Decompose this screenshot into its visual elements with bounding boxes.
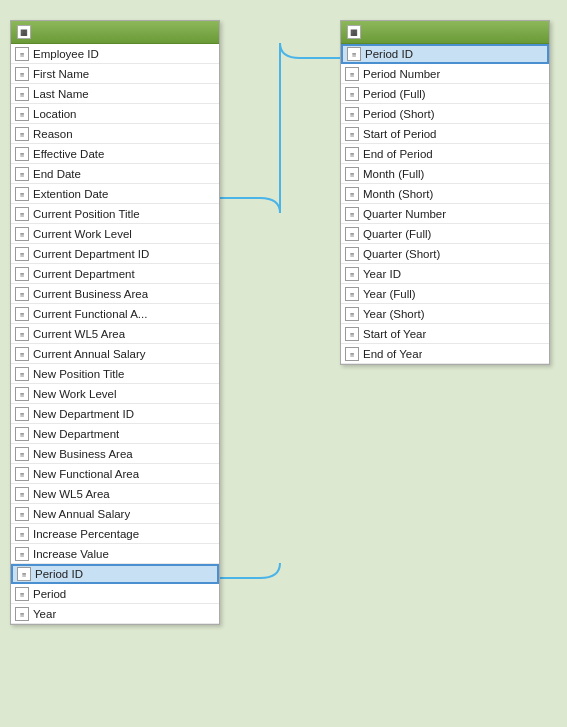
field-name: Increase Percentage [33, 528, 139, 540]
field-name: Period Number [363, 68, 440, 80]
table-row[interactable]: ≡Increase Value [11, 544, 219, 564]
field-icon: ≡ [15, 607, 29, 621]
field-name: First Name [33, 68, 89, 80]
field-icon: ≡ [345, 227, 359, 241]
field-name: Month (Full) [363, 168, 424, 180]
table-row[interactable]: ≡Quarter (Short) [341, 244, 549, 264]
field-icon: ≡ [345, 287, 359, 301]
table-row[interactable]: ≡Year ID [341, 264, 549, 284]
field-name: Year ID [363, 268, 401, 280]
table-row[interactable]: ≡Start of Year [341, 324, 549, 344]
table-row[interactable]: ≡Last Name [11, 84, 219, 104]
table-row[interactable]: ≡Location [11, 104, 219, 124]
table-row[interactable]: ≡Current WL5 Area [11, 324, 219, 344]
field-name: Quarter Number [363, 208, 446, 220]
table-row[interactable]: ≡New Business Area [11, 444, 219, 464]
field-name: New Department ID [33, 408, 134, 420]
field-icon: ≡ [15, 447, 29, 461]
table-row[interactable]: ≡Year [11, 604, 219, 624]
table-row[interactable]: ≡Period (Full) [341, 84, 549, 104]
field-name: Start of Year [363, 328, 426, 340]
table-row[interactable]: ≡New Functional Area [11, 464, 219, 484]
table-row[interactable]: ≡Month (Short) [341, 184, 549, 204]
field-icon: ≡ [15, 67, 29, 81]
table-row[interactable]: ≡New WL5 Area [11, 484, 219, 504]
table-row[interactable]: ≡Start of Period [341, 124, 549, 144]
table-row[interactable]: ≡New Department [11, 424, 219, 444]
field-icon: ≡ [15, 187, 29, 201]
field-icon: ≡ [15, 487, 29, 501]
field-icon: ≡ [15, 327, 29, 341]
table2-icon: ▦ [347, 25, 361, 39]
field-name: New WL5 Area [33, 488, 110, 500]
field-icon: ≡ [345, 247, 359, 261]
table-row[interactable]: ≡Month (Full) [341, 164, 549, 184]
table2-body[interactable]: ≡Period ID≡Period Number≡Period (Full)≡P… [341, 44, 549, 364]
field-name: Period ID [365, 48, 413, 60]
field-icon: ≡ [15, 167, 29, 181]
field-name: Current Annual Salary [33, 348, 146, 360]
table-row[interactable]: ≡Year (Full) [341, 284, 549, 304]
table-row[interactable]: ≡First Name [11, 64, 219, 84]
table1-body[interactable]: ≡Employee ID≡First Name≡Last Name≡Locati… [11, 44, 219, 624]
table-row[interactable]: ≡New Position Title [11, 364, 219, 384]
field-icon: ≡ [345, 67, 359, 81]
table-row[interactable]: ≡End of Period [341, 144, 549, 164]
field-icon: ≡ [15, 347, 29, 361]
table-row[interactable]: ≡Current Department ID [11, 244, 219, 264]
field-name: New Annual Salary [33, 508, 130, 520]
field-icon: ≡ [345, 327, 359, 341]
field-name: Employee ID [33, 48, 99, 60]
table-row[interactable]: ≡Period ID [341, 44, 549, 64]
table-row[interactable]: ≡Quarter Number [341, 204, 549, 224]
table-row[interactable]: ≡End of Year [341, 344, 549, 364]
table-row[interactable]: ≡New Annual Salary [11, 504, 219, 524]
field-icon: ≡ [15, 207, 29, 221]
field-icon: ≡ [345, 127, 359, 141]
field-icon: ≡ [15, 427, 29, 441]
field-icon: ≡ [15, 587, 29, 601]
table-row[interactable]: ≡Period Number [341, 64, 549, 84]
table-row[interactable]: ≡Employee ID [11, 44, 219, 64]
table-row[interactable]: ≡Quarter (Full) [341, 224, 549, 244]
field-icon: ≡ [15, 227, 29, 241]
table-row[interactable]: ≡Effective Date [11, 144, 219, 164]
table-row[interactable]: ≡Period ID [11, 564, 219, 584]
field-name: End of Period [363, 148, 433, 160]
table-row[interactable]: ≡New Department ID [11, 404, 219, 424]
table-row[interactable]: ≡Current Annual Salary [11, 344, 219, 364]
field-name: Current Position Title [33, 208, 140, 220]
field-icon: ≡ [347, 47, 361, 61]
field-name: Current Functional A... [33, 308, 147, 320]
table-row[interactable]: ≡Current Department [11, 264, 219, 284]
field-icon: ≡ [15, 107, 29, 121]
table-row[interactable]: ≡Reason [11, 124, 219, 144]
field-icon: ≡ [15, 267, 29, 281]
table1-header: ▦ [11, 21, 219, 44]
table1-icon: ▦ [17, 25, 31, 39]
table-row[interactable]: ≡Period (Short) [341, 104, 549, 124]
field-icon: ≡ [345, 107, 359, 121]
field-name: Last Name [33, 88, 89, 100]
table2-header: ▦ [341, 21, 549, 44]
table-row[interactable]: ≡Current Business Area [11, 284, 219, 304]
table-row[interactable]: ≡Year (Short) [341, 304, 549, 324]
table-row[interactable]: ≡Current Work Level [11, 224, 219, 244]
field-icon: ≡ [15, 507, 29, 521]
field-icon: ≡ [15, 147, 29, 161]
field-icon: ≡ [15, 407, 29, 421]
table-row[interactable]: ≡Current Position Title [11, 204, 219, 224]
table-row[interactable]: ≡Period [11, 584, 219, 604]
table-row[interactable]: ≡New Work Level [11, 384, 219, 404]
field-icon: ≡ [15, 387, 29, 401]
field-name: Quarter (Short) [363, 248, 440, 260]
table-row[interactable]: ≡End Date [11, 164, 219, 184]
field-name: Current Business Area [33, 288, 148, 300]
table-row[interactable]: ≡Increase Percentage [11, 524, 219, 544]
field-name: Reason [33, 128, 73, 140]
field-name: End of Year [363, 348, 422, 360]
table-row[interactable]: ≡Extention Date [11, 184, 219, 204]
field-icon: ≡ [15, 47, 29, 61]
table-row[interactable]: ≡Current Functional A... [11, 304, 219, 324]
field-name: Start of Period [363, 128, 437, 140]
